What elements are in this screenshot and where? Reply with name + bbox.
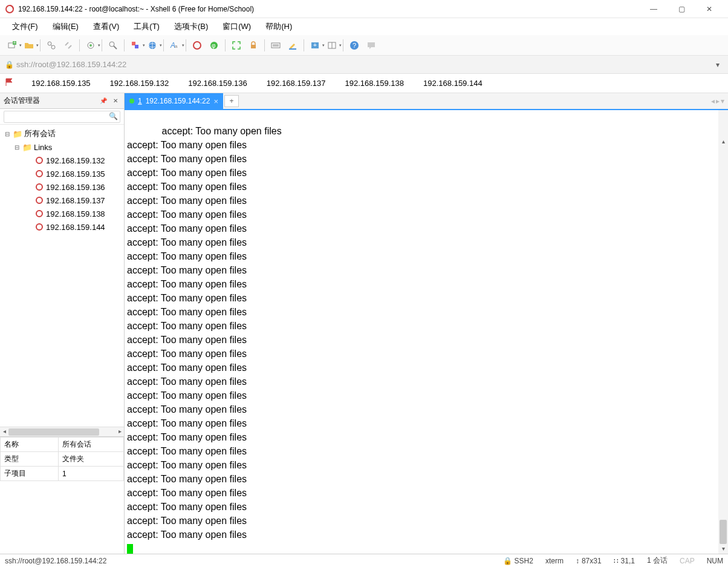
quick-link-2[interactable]: 192.168.159.136 xyxy=(186,77,250,89)
open-button[interactable] xyxy=(22,38,36,53)
quick-link-3[interactable]: 192.168.159.137 xyxy=(264,77,328,89)
tree-session-label: 192.168.159.144 xyxy=(46,223,105,232)
tab-close-button[interactable]: × xyxy=(213,97,218,106)
tab-next-button[interactable]: ▸ xyxy=(716,97,720,105)
status-size: ↕ 87x31 xyxy=(576,557,602,565)
collapse-icon[interactable]: ⊟ xyxy=(4,131,11,137)
prop-val: 文件夹 xyxy=(59,452,124,467)
layout-button[interactable] xyxy=(325,38,339,53)
feedback-button[interactable] xyxy=(364,38,379,53)
menu-help[interactable]: 帮助(H) xyxy=(259,19,298,34)
session-search: 🔍 xyxy=(0,109,124,125)
sidebar-hscroll[interactable]: ◂ ▸ xyxy=(0,427,124,436)
scroll-left-icon[interactable]: ◂ xyxy=(1,428,8,434)
search-button[interactable] xyxy=(106,38,120,53)
svg-point-34 xyxy=(36,184,42,190)
terminal[interactable]: accept: Too many open files accept: Too … xyxy=(125,110,728,554)
status-sessions: 1 会话 xyxy=(647,556,668,566)
reconnect-button[interactable] xyxy=(44,38,59,53)
svg-text:?: ? xyxy=(353,42,356,49)
tab-active[interactable]: 1 192.168.159.144:22 × xyxy=(125,93,223,109)
svg-line-6 xyxy=(51,45,52,46)
prop-key: 类型 xyxy=(1,452,59,467)
status-num: NUM xyxy=(707,557,723,565)
folder-icon: 📁 xyxy=(13,129,22,139)
tree-session-item[interactable]: 192.168.159.132 xyxy=(1,154,123,167)
disconnect-button[interactable] xyxy=(61,38,76,53)
maximize-button[interactable]: ▢ xyxy=(668,0,695,18)
address-text[interactable]: ssh://root@192.168.159.144:22 xyxy=(16,60,712,69)
newtab-button[interactable]: + xyxy=(308,38,322,53)
connected-indicator-icon xyxy=(129,99,134,103)
copy-button[interactable] xyxy=(128,38,143,53)
menu-view[interactable]: 查看(V) xyxy=(87,19,125,34)
quick-link-0[interactable]: 192.168.159.135 xyxy=(29,77,93,89)
terminal-scrollbar[interactable]: ▴ ▾ xyxy=(718,110,728,554)
tree-links[interactable]: ⊟ 📁 Links xyxy=(1,140,123,154)
keyboard-button[interactable] xyxy=(268,38,283,53)
properties-button[interactable] xyxy=(83,38,98,53)
scroll-thumb[interactable] xyxy=(8,428,99,436)
pin-button[interactable]: 📌 xyxy=(99,96,108,106)
quick-link-1[interactable]: 192.168.159.132 xyxy=(108,77,172,89)
session-icon xyxy=(34,169,44,179)
toolbar-separator xyxy=(264,39,265,51)
svg-point-33 xyxy=(36,171,42,177)
highlight-button[interactable] xyxy=(285,38,300,53)
svg-point-8 xyxy=(89,44,92,47)
tree-session-label: 192.168.159.135 xyxy=(46,169,105,179)
tree-session-item[interactable]: 192.168.159.138 xyxy=(1,207,123,220)
svg-text:+: + xyxy=(13,41,16,45)
collapse-icon[interactable]: ⊟ xyxy=(13,144,21,151)
titlebar: 192.168.159.144:22 - root@localhost:~ - … xyxy=(0,0,728,18)
svg-text:φ: φ xyxy=(212,42,216,49)
tree-links-label: Links xyxy=(34,143,52,152)
quick-link-4[interactable]: 192.168.159.138 xyxy=(342,77,406,89)
help-button[interactable]: ? xyxy=(347,38,362,53)
session-search-input[interactable] xyxy=(4,111,120,123)
tree-session-item[interactable]: 192.168.159.136 xyxy=(1,180,123,194)
scroll-thumb[interactable] xyxy=(720,520,727,544)
svg-point-32 xyxy=(36,157,42,163)
tab-add-button[interactable]: + xyxy=(224,95,239,107)
lock-button[interactable] xyxy=(246,38,261,53)
menu-tools[interactable]: 工具(T) xyxy=(128,19,166,34)
tree-root-label: 所有会话 xyxy=(24,128,56,139)
svg-point-37 xyxy=(36,224,42,230)
status-cap: CAP xyxy=(680,557,695,565)
close-button[interactable]: ✕ xyxy=(695,0,723,18)
tree-session-item[interactable]: 192.168.159.144 xyxy=(1,220,123,234)
quick-connect-bar: 192.168.159.135 192.168.159.132 192.168.… xyxy=(0,74,728,93)
new-session-button[interactable]: + xyxy=(5,38,19,53)
session-icon xyxy=(34,156,44,165)
quick-flag-icon xyxy=(5,77,15,89)
toolbar: + Aa φ + ? xyxy=(0,35,728,56)
quick-link-5[interactable]: 192.168.159.144 xyxy=(421,77,485,89)
menu-tabs[interactable]: 选项卡(B) xyxy=(168,19,214,34)
menu-file[interactable]: 文件(F) xyxy=(6,19,44,34)
tree-session-item[interactable]: 192.168.159.137 xyxy=(1,194,123,207)
fullscreen-button[interactable] xyxy=(229,38,244,53)
scroll-down-icon[interactable]: ▾ xyxy=(718,544,728,554)
xshell-button[interactable] xyxy=(190,38,204,53)
prop-row: 名称所有会话 xyxy=(1,438,124,452)
address-dropdown[interactable]: ▾ xyxy=(712,61,723,69)
toolbar-separator xyxy=(102,39,102,51)
font-button[interactable]: Aa xyxy=(167,38,182,53)
tab-list-button[interactable]: ▾ xyxy=(721,97,724,105)
tree-root[interactable]: ⊟ 📁 所有会话 xyxy=(1,127,123,140)
svg-point-36 xyxy=(36,211,42,217)
app-icon xyxy=(5,4,15,14)
prop-val: 1 xyxy=(59,467,124,481)
tree-session-item[interactable]: 192.168.159.135 xyxy=(1,167,123,180)
tab-prev-button[interactable]: ◂ xyxy=(711,97,715,105)
menu-edit[interactable]: 编辑(E) xyxy=(47,19,85,34)
minimize-button[interactable]: ― xyxy=(640,0,668,18)
panel-close-button[interactable]: ✕ xyxy=(111,96,120,106)
xftp-button[interactable]: φ xyxy=(207,38,221,53)
tree-session-label: 192.168.159.137 xyxy=(46,196,105,205)
scroll-right-icon[interactable]: ▸ xyxy=(116,428,123,434)
svg-text:+: + xyxy=(313,42,317,48)
menu-window[interactable]: 窗口(W) xyxy=(216,19,257,34)
globe-button[interactable] xyxy=(145,38,160,53)
